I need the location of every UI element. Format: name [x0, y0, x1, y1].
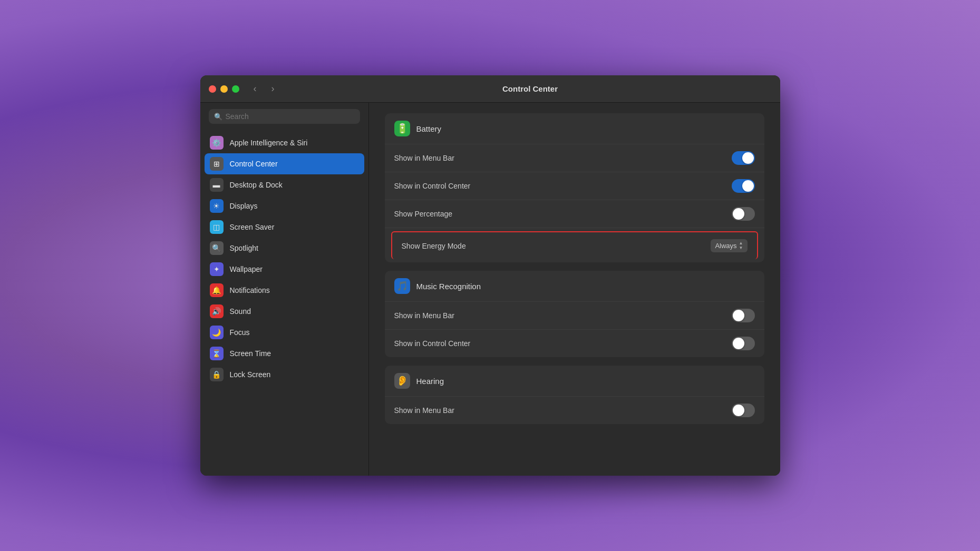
battery-section-header: 🔋 Battery [385, 113, 764, 144]
sidebar-label-wallpaper: Wallpaper [230, 265, 263, 273]
music-recognition-icon: 🎵 [394, 278, 410, 294]
energy-mode-dropdown[interactable]: Always ▲ ▼ [711, 239, 747, 252]
hearing-section-header: 👂 Hearing [385, 366, 764, 397]
main-window: ‹ › Control Center 🔍 ⚙️ Apple Intelligen… [200, 75, 780, 476]
sidebar-item-lock-screen[interactable]: 🔒 Lock Screen [205, 364, 364, 385]
sidebar-label-displays: Displays [230, 202, 258, 210]
content-area: 🔍 ⚙️ Apple Intelligence & Siri ⊞ Control… [200, 103, 780, 476]
battery-show-control-center-knob [742, 180, 754, 192]
music-show-menu-bar-label: Show in Menu Bar [394, 311, 454, 320]
music-show-control-center-toggle[interactable] [732, 337, 755, 350]
sidebar-item-wallpaper[interactable]: ✦ Wallpaper [205, 259, 364, 280]
music-show-menu-bar-knob [733, 310, 744, 321]
battery-title: Battery [416, 124, 442, 133]
energy-mode-wrapper: Show Energy Mode Always ▲ ▼ [385, 228, 764, 262]
back-button[interactable]: ‹ [248, 82, 263, 96]
battery-show-menu-bar-knob [742, 152, 754, 164]
sidebar-label-control-center: Control Center [230, 160, 278, 168]
sidebar-icon-screen-time: ⌛ [210, 347, 224, 360]
battery-show-menu-bar-toggle[interactable] [732, 151, 755, 165]
sidebar-item-control-center[interactable]: ⊞ Control Center [205, 153, 364, 174]
battery-show-percentage-knob [733, 208, 744, 220]
sidebar-label-lock-screen: Lock Screen [230, 370, 271, 379]
battery-show-control-center-row: Show in Control Center [385, 172, 764, 200]
battery-show-menu-bar-row: Show in Menu Bar [385, 144, 764, 172]
sidebar-list: ⚙️ Apple Intelligence & Siri ⊞ Control C… [200, 130, 368, 476]
battery-show-percentage-toggle[interactable] [732, 207, 755, 221]
sidebar-icon-notifications: 🔔 [210, 283, 224, 297]
sidebar-label-desktop-dock: Desktop & Dock [230, 181, 283, 189]
sidebar-item-spotlight[interactable]: 🔍 Spotlight [205, 238, 364, 259]
battery-show-menu-bar-label: Show in Menu Bar [394, 154, 454, 162]
sidebar-icon-screen-saver: ◫ [210, 220, 224, 234]
sidebar-icon-control-center: ⊞ [210, 157, 224, 171]
title-bar: ‹ › Control Center [200, 75, 780, 103]
hearing-show-menu-bar-toggle[interactable] [732, 404, 755, 417]
sidebar-label-screen-saver: Screen Saver [230, 223, 275, 231]
battery-section: 🔋 Battery Show in Menu Bar Show in Contr… [385, 113, 764, 262]
hearing-title: Hearing [416, 377, 444, 386]
music-show-control-center-label: Show in Control Center [394, 339, 471, 348]
sidebar-icon-wallpaper: ✦ [210, 262, 224, 276]
sidebar-label-spotlight: Spotlight [230, 244, 258, 252]
music-show-menu-bar-row: Show in Menu Bar [385, 302, 764, 330]
music-recognition-section-header: 🎵 Music Recognition [385, 271, 764, 302]
battery-show-energy-mode-label: Show Energy Mode [402, 242, 466, 250]
hearing-icon: 👂 [394, 373, 410, 389]
sidebar-item-desktop-dock[interactable]: ▬ Desktop & Dock [205, 174, 364, 195]
sidebar-label-apple-intelligence: Apple Intelligence & Siri [230, 139, 308, 147]
sidebar-item-screen-saver[interactable]: ◫ Screen Saver [205, 217, 364, 238]
sidebar-icon-focus: 🌙 [210, 326, 224, 339]
energy-mode-value: Always [715, 242, 736, 250]
battery-show-control-center-toggle[interactable] [732, 179, 755, 193]
music-recognition-title: Music Recognition [416, 282, 481, 291]
sidebar: 🔍 ⚙️ Apple Intelligence & Siri ⊞ Control… [200, 103, 369, 476]
sidebar-label-sound: Sound [230, 307, 251, 316]
sidebar-icon-displays: ☀ [210, 199, 224, 213]
sidebar-item-sound[interactable]: 🔊 Sound [205, 301, 364, 322]
search-input-wrapper[interactable]: 🔍 [209, 109, 360, 124]
sidebar-item-notifications[interactable]: 🔔 Notifications [205, 280, 364, 301]
close-button[interactable] [209, 85, 216, 93]
nav-buttons: ‹ › [248, 82, 280, 96]
maximize-button[interactable] [232, 85, 239, 93]
sidebar-icon-lock-screen: 🔒 [210, 368, 224, 381]
window-title: Control Center [289, 84, 772, 93]
search-icon: 🔍 [214, 113, 222, 121]
battery-show-control-center-label: Show in Control Center [394, 182, 471, 190]
traffic-lights [209, 85, 239, 93]
sidebar-icon-apple-intelligence: ⚙️ [210, 136, 224, 150]
search-input[interactable] [226, 112, 355, 121]
music-show-control-center-row: Show in Control Center [385, 330, 764, 357]
battery-show-energy-mode-row: Show Energy Mode Always ▲ ▼ [391, 231, 758, 259]
sidebar-item-apple-intelligence[interactable]: ⚙️ Apple Intelligence & Siri [205, 132, 364, 153]
music-show-control-center-knob [733, 338, 744, 349]
hearing-show-menu-bar-row: Show in Menu Bar [385, 397, 764, 424]
sidebar-label-focus: Focus [230, 328, 250, 337]
hearing-show-menu-bar-label: Show in Menu Bar [394, 406, 454, 415]
main-content: 🔋 Battery Show in Menu Bar Show in Contr… [369, 103, 780, 476]
forward-button[interactable]: › [266, 82, 280, 96]
energy-mode-arrows: ▲ ▼ [739, 241, 743, 250]
sidebar-label-screen-time: Screen Time [230, 349, 271, 358]
hearing-section: 👂 Hearing Show in Menu Bar [385, 366, 764, 424]
sidebar-label-notifications: Notifications [230, 286, 270, 294]
sidebar-item-screen-time[interactable]: ⌛ Screen Time [205, 343, 364, 364]
battery-icon: 🔋 [394, 121, 410, 136]
sidebar-item-displays[interactable]: ☀ Displays [205, 195, 364, 217]
music-recognition-section: 🎵 Music Recognition Show in Menu Bar Sho… [385, 271, 764, 357]
minimize-button[interactable] [220, 85, 228, 93]
music-show-menu-bar-toggle[interactable] [732, 309, 755, 322]
battery-show-percentage-row: Show Percentage [385, 200, 764, 228]
sidebar-icon-desktop-dock: ▬ [210, 178, 224, 192]
sidebar-icon-sound: 🔊 [210, 304, 224, 318]
sidebar-item-focus[interactable]: 🌙 Focus [205, 322, 364, 343]
search-bar-container: 🔍 [200, 103, 368, 130]
sidebar-icon-spotlight: 🔍 [210, 241, 224, 255]
battery-show-percentage-label: Show Percentage [394, 210, 453, 218]
hearing-show-menu-bar-knob [733, 405, 744, 416]
